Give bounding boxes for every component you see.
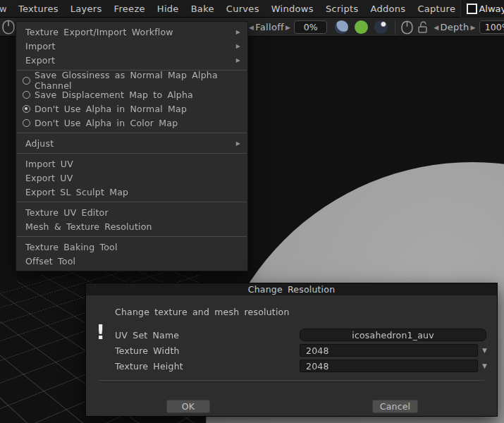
menu-item-save-displacement-map-to-alpha[interactable]: Save Displacement Map to Alpha xyxy=(16,87,247,102)
ok-button[interactable]: OK xyxy=(166,400,210,413)
falloff-decrease-icon[interactable]: ◀ xyxy=(247,24,255,31)
texture-width-label: Texture Width xyxy=(115,345,300,356)
menu-bar: w Textures Layers Freeze Hide Bake Curve… xyxy=(0,0,504,18)
uv-set-name-row: UV Set Name icosahedron1_auv xyxy=(115,329,487,341)
menu-separator xyxy=(17,153,247,154)
falloff-curve-icon[interactable] xyxy=(335,20,348,34)
dialog-separator xyxy=(99,380,484,381)
menu-item-import-uv[interactable]: Import UV xyxy=(16,157,247,171)
menu-item-save-glossiness-as-normal-map-alpha[interactable]: Save Glossiness as Normal Map Alpha Chan… xyxy=(16,73,247,87)
cancel-button[interactable]: Cancel xyxy=(372,400,418,413)
menu-item-texture-uv-editor[interactable]: Texture UV Editor xyxy=(16,205,247,219)
texture-width-row: Texture Width 2048 ▼ xyxy=(115,344,487,357)
menu-item-textures[interactable]: Textures xyxy=(18,4,59,14)
menu-item-freeze[interactable]: Freeze xyxy=(114,4,145,14)
pen-mouse-icon[interactable] xyxy=(401,20,413,35)
menu-item-dont-use-alpha-in-normal-map[interactable]: Don't Use Alpha in Normal Map xyxy=(16,102,247,116)
always-label: Always xyxy=(479,4,504,14)
menu-item-texture-baking-tool[interactable]: Texture Baking Tool xyxy=(16,240,247,254)
menu-item-hide[interactable]: Hide xyxy=(157,4,179,14)
uv-set-name-input[interactable]: icosahedron1_auv xyxy=(300,329,486,341)
radio-icon[interactable] xyxy=(23,91,30,99)
textures-menu: Texture Export/Import Workflow ▶ Import … xyxy=(16,21,248,271)
radio-selected-icon[interactable] xyxy=(23,105,30,113)
menu-item-addons[interactable]: Addons xyxy=(370,4,405,14)
texture-width-select[interactable]: 2048 xyxy=(300,344,478,357)
texture-height-select[interactable]: 2048 xyxy=(300,360,478,372)
menu-item-layers[interactable]: Layers xyxy=(70,4,102,14)
menu-item-dont-use-alpha-in-color-map[interactable]: Don't Use Alpha in Color Map xyxy=(16,116,247,130)
menu-item-capture[interactable]: Capture xyxy=(417,4,455,14)
menu-item-adjust[interactable]: Adjust ▶ xyxy=(16,136,247,150)
radio-icon[interactable] xyxy=(23,119,30,127)
menu-item-texture-export-import-workflow[interactable]: Texture Export/Import Workflow ▶ xyxy=(16,25,247,39)
menu-item-windows[interactable]: Windows xyxy=(271,4,314,14)
menu-item-export-sl-sculpt-map[interactable]: Export SL Sculpt Map xyxy=(16,185,247,199)
texture-height-row: Texture Height 2048 ▼ xyxy=(115,360,487,372)
menu-separator xyxy=(17,236,247,237)
change-resolution-dialog: Change Resolution Change texture and mes… xyxy=(85,283,498,417)
radio-icon[interactable] xyxy=(23,77,30,85)
dialog-description: Change texture and mesh resolution xyxy=(115,307,290,317)
menu-item-offset-tool[interactable]: Offset Tool xyxy=(16,254,247,268)
submenu-arrow-icon: ▶ xyxy=(236,29,240,35)
toolbar-divider xyxy=(395,20,395,35)
submenu-arrow-icon: ▶ xyxy=(236,57,240,63)
depth-increase-icon[interactable]: ▶ xyxy=(469,24,477,31)
falloff-label: Falloff xyxy=(255,22,284,32)
menu-item-partial[interactable]: w xyxy=(0,4,6,14)
depth-spinner[interactable]: ◀ Depth ▶ xyxy=(432,22,477,32)
depth-value-field[interactable]: 100% xyxy=(479,20,504,34)
depth-decrease-icon[interactable]: ◀ xyxy=(432,24,440,31)
warning-icon: ! xyxy=(96,320,105,344)
depth-sphere-icon[interactable] xyxy=(374,20,388,34)
menu-item-mesh-and-texture-resolution[interactable]: Mesh & Texture Resolution xyxy=(16,219,247,233)
menu-item-curves[interactable]: Curves xyxy=(226,4,259,14)
always-checkbox[interactable] xyxy=(467,4,477,14)
falloff-value-field[interactable]: 0% xyxy=(294,20,327,34)
falloff-spinner[interactable]: ◀ Falloff ▶ xyxy=(247,22,292,32)
submenu-arrow-icon: ▶ xyxy=(236,140,240,147)
app-window: w Textures Layers Freeze Hide Bake Curve… xyxy=(0,0,504,423)
menu-item-export-uv[interactable]: Export UV xyxy=(16,171,247,185)
menu-item-export[interactable]: Export ▶ xyxy=(16,53,247,67)
menu-item-import[interactable]: Import ▶ xyxy=(16,39,247,53)
color-swatch-icon[interactable] xyxy=(355,20,368,34)
menu-item-bake[interactable]: Bake xyxy=(191,4,214,14)
texture-height-label: Texture Height xyxy=(115,361,300,372)
lock-open-icon[interactable] xyxy=(417,20,428,34)
always-option[interactable]: Always xyxy=(460,0,504,18)
dialog-title: Change Resolution xyxy=(86,283,497,295)
depth-label: Depth xyxy=(440,22,469,32)
dropdown-arrow-icon[interactable]: ▼ xyxy=(482,362,487,369)
falloff-increase-icon[interactable]: ▶ xyxy=(284,24,292,31)
uv-set-name-label: UV Set Name xyxy=(115,330,300,341)
menu-separator xyxy=(17,202,247,202)
submenu-arrow-icon: ▶ xyxy=(236,43,240,49)
mouse-icon xyxy=(2,20,15,35)
dropdown-arrow-icon[interactable]: ▼ xyxy=(482,347,487,354)
menu-item-scripts[interactable]: Scripts xyxy=(326,4,359,14)
menu-separator xyxy=(17,133,247,133)
